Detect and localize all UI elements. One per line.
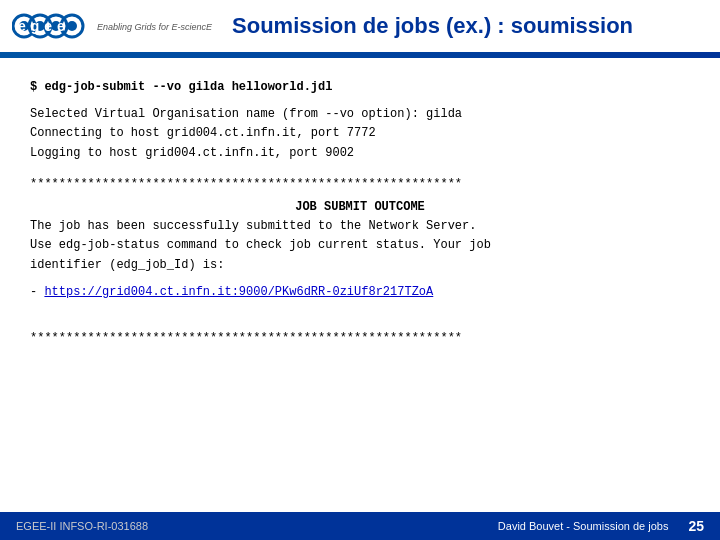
header: egee Enabling Grids for E-sciencE Soumis…: [0, 0, 720, 52]
link-prefix: -: [30, 285, 44, 299]
egee-logo: egee Enabling Grids for E-sciencE: [12, 8, 212, 44]
job-submit-label: JOB SUBMIT OUTCOME: [30, 198, 690, 217]
logo-subtitle-area: Enabling Grids for E-sciencE: [97, 20, 212, 32]
page-title: Soumission de jobs (ex.) : soumission: [222, 13, 708, 39]
main-content: $ edg-job-submit --vo gilda helloworld.j…: [0, 58, 720, 372]
svg-text:egee: egee: [18, 18, 70, 34]
terminal-output: $ edg-job-submit --vo gilda helloworld.j…: [30, 78, 690, 348]
job-msg-3: identifier (edg_job_Id) is:: [30, 256, 690, 275]
footer-author: David Bouvet - Soumission de jobs: [498, 520, 669, 532]
output-line-3: Logging to host grid004.ct.infn.it, port…: [30, 144, 690, 163]
terminal-command: $ edg-job-submit --vo gilda helloworld.j…: [30, 78, 690, 97]
footer: EGEE-II INFSO-RI-031688 David Bouvet - S…: [0, 512, 720, 540]
job-messages: The job has been successfully submitted …: [30, 217, 690, 275]
logo-subtitle: Enabling Grids for E-sciencE: [97, 22, 212, 32]
separator-1: ****************************************…: [30, 175, 690, 194]
footer-left: EGEE-II INFSO-RI-031688: [16, 520, 148, 532]
terminal-output-lines: Selected Virtual Organisation name (from…: [30, 105, 690, 163]
job-link-line: - https://grid004.ct.infn.it:9000/PKw6dR…: [30, 283, 690, 302]
separator-2: ****************************************…: [30, 329, 690, 348]
job-msg-2: Use edg-job-status command to check job …: [30, 236, 690, 255]
job-link[interactable]: https://grid004.ct.infn.it:9000/PKw6dRR-…: [44, 285, 433, 299]
output-line-2: Connecting to host grid004.ct.infn.it, p…: [30, 124, 690, 143]
job-msg-1: The job has been successfully submitted …: [30, 217, 690, 236]
footer-page: 25: [688, 518, 704, 534]
output-line-1: Selected Virtual Organisation name (from…: [30, 105, 690, 124]
footer-right: David Bouvet - Soumission de jobs 25: [498, 518, 704, 534]
